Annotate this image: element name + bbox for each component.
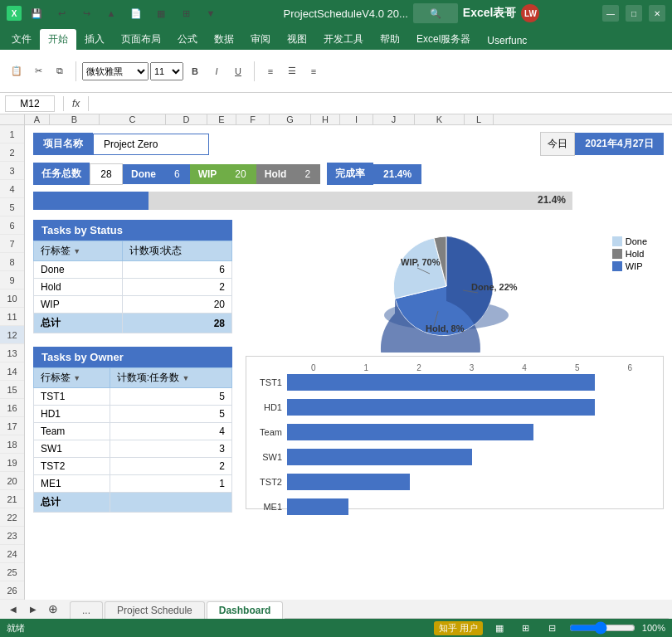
- row-7[interactable]: 7: [0, 235, 24, 253]
- axis-5: 5: [551, 363, 604, 372]
- tab-formula[interactable]: 公式: [169, 29, 206, 50]
- underline-button[interactable]: U: [228, 61, 248, 81]
- view-layout-icon[interactable]: ⊞: [516, 618, 536, 637]
- row-25[interactable]: 25: [0, 563, 24, 581]
- tab-project-schedule[interactable]: Project Schedule: [105, 601, 205, 619]
- status-filter-btn[interactable]: ▼: [73, 247, 80, 255]
- view-break-icon[interactable]: ⊟: [543, 618, 562, 637]
- row-19[interactable]: 19: [0, 454, 24, 472]
- row-8[interactable]: 8: [0, 253, 24, 271]
- owner-tst1-value: 5: [110, 388, 231, 406]
- row-11[interactable]: 11: [0, 308, 24, 326]
- owner-sw1-label: SW1: [34, 440, 110, 458]
- col-b[interactable]: B: [50, 114, 100, 124]
- row-10[interactable]: 10: [0, 289, 24, 308]
- row-21[interactable]: 21: [0, 490, 24, 508]
- row-20[interactable]: 20: [0, 472, 24, 490]
- row-26[interactable]: 26: [0, 581, 24, 600]
- font-select[interactable]: 微软雅黑: [82, 62, 149, 80]
- tab-help[interactable]: 帮助: [372, 29, 408, 50]
- scissors-icon[interactable]: ✂: [28, 61, 48, 81]
- col-f[interactable]: F: [236, 114, 270, 124]
- tab-userfunc[interactable]: Userfunc: [479, 32, 535, 50]
- legend-done: Done: [612, 236, 647, 246]
- row-13[interactable]: 13: [0, 344, 24, 362]
- status-row-hold-label: Hold: [34, 279, 123, 296]
- tab-ellipsis[interactable]: ...: [70, 601, 103, 619]
- tab-view[interactable]: 视图: [279, 29, 315, 50]
- row-17[interactable]: 17: [0, 417, 24, 435]
- browse-icon[interactable]: ▲: [101, 3, 121, 23]
- close-button[interactable]: ✕: [649, 5, 665, 22]
- row-6[interactable]: 6: [0, 216, 24, 235]
- col-g[interactable]: G: [270, 114, 311, 124]
- total-label: 任务总数: [33, 163, 90, 185]
- prev-sheet-icon[interactable]: ◀: [3, 599, 23, 619]
- zoom-slider[interactable]: [569, 623, 635, 633]
- col-j[interactable]: J: [373, 114, 415, 124]
- owner-filter-btn2[interactable]: ▼: [183, 374, 190, 382]
- col-c[interactable]: C: [100, 114, 166, 124]
- tab-data[interactable]: 数据: [206, 29, 242, 50]
- view-normal-icon[interactable]: ▦: [489, 618, 509, 637]
- clipboard-icon[interactable]: 📋: [7, 61, 27, 81]
- redo-icon[interactable]: ↪: [76, 3, 96, 23]
- tab-home[interactable]: 开始: [40, 29, 76, 50]
- col-h[interactable]: H: [311, 114, 340, 124]
- row-24[interactable]: 24: [0, 545, 24, 563]
- add-sheet-icon[interactable]: ⊕: [43, 599, 63, 619]
- doc-icon[interactable]: 📄: [126, 3, 146, 23]
- right-column: WIP, 70% Done, 22% Hold, 8%: [246, 220, 664, 513]
- col-l[interactable]: L: [465, 114, 494, 124]
- copy-icon[interactable]: ⧉: [50, 61, 70, 81]
- bold-button[interactable]: B: [185, 61, 205, 81]
- done-label: Done: [123, 164, 164, 184]
- next-sheet-icon[interactable]: ▶: [23, 599, 43, 619]
- row-9[interactable]: 9: [0, 271, 24, 289]
- minimize-button[interactable]: —: [602, 5, 619, 22]
- align-left-icon[interactable]: ≡: [261, 61, 280, 81]
- legend-hold-color: [612, 249, 622, 259]
- dropdown-icon[interactable]: ▼: [201, 3, 221, 23]
- tab-dev[interactable]: 开发工具: [315, 29, 372, 50]
- row-12[interactable]: 12: [0, 326, 24, 344]
- owner-filter-btn[interactable]: ▼: [73, 374, 80, 382]
- row-4[interactable]: 4: [0, 180, 24, 198]
- progress-row: 21.4%: [33, 192, 664, 210]
- search-icon[interactable]: 🔍: [413, 3, 458, 23]
- row-2[interactable]: 2: [0, 143, 24, 162]
- maximize-button[interactable]: □: [626, 5, 642, 22]
- save-icon[interactable]: 💾: [27, 3, 46, 23]
- align-center-icon[interactable]: ☰: [282, 61, 302, 81]
- row-18[interactable]: 18: [0, 435, 24, 454]
- tab-review[interactable]: 审阅: [242, 29, 279, 50]
- row-16[interactable]: 16: [0, 399, 24, 417]
- tab-insert[interactable]: 插入: [76, 29, 113, 50]
- grid-icon[interactable]: ▦: [151, 3, 171, 23]
- grid2-icon[interactable]: ⊞: [176, 3, 196, 23]
- font-size-select[interactable]: 11: [150, 62, 183, 80]
- align-right-icon[interactable]: ≡: [304, 61, 324, 81]
- row-3[interactable]: 3: [0, 162, 24, 180]
- cell-reference[interactable]: [5, 95, 55, 112]
- col-d[interactable]: D: [166, 114, 207, 124]
- row-1[interactable]: 1: [0, 125, 24, 143]
- row-22[interactable]: 22: [0, 508, 24, 527]
- row-5[interactable]: 5: [0, 198, 24, 216]
- tab-excel-server[interactable]: Excel服务器: [408, 29, 479, 50]
- col-a[interactable]: A: [25, 114, 50, 124]
- table-row-total: 总计 28: [34, 314, 232, 333]
- tab-dashboard[interactable]: Dashboard: [207, 601, 284, 619]
- col-e[interactable]: E: [207, 114, 236, 124]
- col-k[interactable]: K: [415, 114, 465, 124]
- italic-button[interactable]: I: [207, 61, 226, 81]
- undo-icon[interactable]: ↩: [51, 3, 71, 23]
- tab-layout[interactable]: 页面布局: [113, 29, 169, 50]
- row-14[interactable]: 14: [0, 362, 24, 381]
- col-i[interactable]: I: [340, 114, 373, 124]
- row-23[interactable]: 23: [0, 527, 24, 545]
- progress-label: 21.4%: [538, 194, 566, 206]
- row-15[interactable]: 15: [0, 381, 24, 399]
- tab-file[interactable]: 文件: [3, 29, 40, 50]
- table-row: Team 4: [34, 423, 232, 440]
